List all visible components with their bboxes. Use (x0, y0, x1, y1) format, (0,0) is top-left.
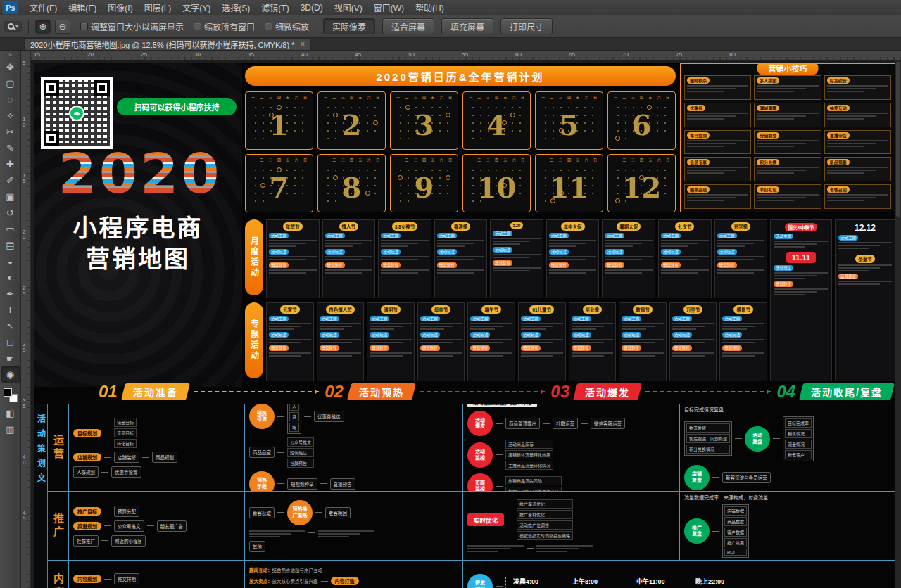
zoom-tool[interactable]: ◉ (1, 366, 20, 383)
ruler-mark: 15 (31, 51, 84, 60)
menu-item[interactable]: 选择(S) (216, 0, 256, 15)
blur-tool[interactable]: ◒ (1, 253, 20, 269)
healing-brush-tool[interactable]: ✚ (1, 156, 20, 172)
day-dot (568, 115, 569, 116)
zoom-in-button[interactable]: ⊕ (35, 20, 51, 34)
day-dot (439, 107, 441, 108)
day-dot (592, 193, 593, 194)
menu-item[interactable]: 滤镜(T) (256, 0, 294, 15)
event-tag: 活动主题 (622, 316, 641, 321)
checkbox-box[interactable] (194, 23, 201, 30)
day-dot (374, 130, 376, 132)
text-bar (249, 536, 280, 537)
text-bar (420, 342, 453, 343)
menu-item[interactable]: 视图(V) (329, 0, 368, 15)
event-title: 万圣节 (683, 305, 703, 314)
weekday: 日 (666, 157, 669, 162)
day-dot (302, 130, 303, 132)
tab-close-button[interactable]: × (300, 39, 305, 49)
text-bar (536, 545, 593, 547)
brush-tool[interactable]: ✐ (1, 172, 20, 188)
clone-stamp-tool[interactable]: ▣ (1, 188, 20, 205)
quick-mask-icon[interactable]: ◧ (1, 405, 20, 421)
dodge-tool[interactable]: ◐ (1, 269, 20, 286)
calendar-month: 一二三四五六日1 (245, 91, 313, 150)
tip-text (757, 167, 818, 174)
menu-item[interactable]: 编辑(E) (63, 0, 102, 15)
text-bar (687, 88, 736, 89)
text-bar (521, 352, 563, 354)
options-button[interactable]: 适合屏幕 (382, 18, 434, 34)
checkbox-box[interactable] (80, 23, 88, 30)
eraser-tool[interactable]: ▭ (1, 221, 20, 237)
menu-item[interactable]: 文字(Y) (177, 0, 216, 15)
document-tab[interactable]: 2020小程序电商营销地图.jpg @ 12.5% (扫码可以获得小程序扶持, … (24, 38, 311, 50)
weekday: 六 (367, 94, 371, 99)
text-bar (320, 339, 362, 340)
marquee-tool[interactable]: ▢ (1, 75, 20, 91)
event-title: 3.8女神节 (392, 222, 418, 231)
day-dot (327, 130, 329, 132)
menu-item[interactable]: 图像(I) (102, 0, 138, 15)
connector-line (104, 579, 111, 580)
horizontal-ruler[interactable]: 1520253035404550556065707580 (31, 51, 901, 60)
crop-tool[interactable]: ✂ (1, 124, 20, 140)
menu-item[interactable]: 帮助(H) (410, 0, 450, 15)
text-bar (493, 243, 520, 245)
history-brush-tool[interactable]: ↺ (1, 205, 20, 221)
color-swatches[interactable] (4, 388, 18, 402)
text-bar (622, 328, 646, 330)
vertical-scrollbar[interactable] (895, 60, 901, 588)
weekday: 三 (269, 157, 272, 162)
menu-item[interactable]: 窗口(W) (368, 0, 410, 15)
option-checkbox[interactable]: 调整窗口大小以满屏显示 (80, 20, 184, 32)
document-canvas[interactable]: 扫码可以获得小程序扶持 2020 小程序电商 营销地图 2020营销日历&全年营… (34, 63, 895, 588)
day-dot (649, 185, 650, 186)
option-checkbox[interactable]: 细微缩放 (265, 20, 309, 32)
menu-item[interactable]: 图层(L) (139, 0, 177, 15)
foreground-color-swatch[interactable] (4, 388, 12, 397)
connector-line (104, 511, 111, 511)
lasso-tool[interactable]: ◌ (1, 91, 20, 108)
options-button[interactable]: 打印尺寸 (500, 18, 553, 34)
options-button[interactable]: 实际像素 (323, 18, 375, 34)
type-tool[interactable]: T (1, 302, 20, 318)
path-select-tool[interactable]: ↖ (1, 318, 20, 334)
day-dot (278, 185, 279, 186)
option-checkbox[interactable]: 缩放所有窗口 (194, 20, 255, 32)
checkbox-box[interactable] (265, 23, 272, 30)
event-title: 暑期大促 (617, 222, 641, 231)
hand-tool[interactable]: ☛ (1, 350, 20, 366)
event-card: 感恩节活动主题活动玩法运营建议 (719, 302, 767, 381)
text-bar (320, 352, 362, 354)
photoshop-logo[interactable]: Ps (3, 1, 18, 14)
eyedropper-tool[interactable]: ✎ (1, 140, 20, 156)
menu-item[interactable]: 3D(D) (295, 0, 329, 15)
event-text (370, 352, 412, 357)
gradient-tool[interactable]: ▤ (1, 237, 20, 253)
toolbar-collapse-button[interactable]: » (8, 51, 12, 59)
canvas[interactable]: 扫码可以获得小程序扶持 2020 小程序电商 营销地图 2020营销日历&全年营… (31, 60, 901, 588)
ruler-corner[interactable] (21, 51, 31, 60)
menu-item[interactable]: 文件(F) (24, 0, 63, 15)
timeline-time: 中午11:00 (636, 577, 671, 586)
screen-mode-icon[interactable]: ▥ (1, 421, 20, 437)
vertical-ruler[interactable]: 51015202530354045 (21, 60, 31, 588)
options-bar: ▾ ⊕ ⊖ 调整窗口大小以满屏显示缩放所有窗口细微缩放 实际像素适合屏幕填充屏幕… (0, 15, 901, 38)
shape-tool[interactable]: ◻ (1, 334, 20, 350)
move-tool[interactable]: ✥ (1, 59, 20, 75)
map-row: 推广 复盘店铺数据商品数据客户数据推广效果ROI (684, 504, 891, 558)
magic-wand-tool[interactable]: ✧ (1, 108, 20, 124)
zoom-out-button[interactable]: ⊖ (55, 20, 70, 34)
scrollbar-thumb[interactable] (896, 62, 900, 217)
pen-tool[interactable]: ✒ (1, 286, 20, 302)
ruler-mark: 25 (138, 51, 191, 60)
row-label: 推广 (48, 492, 69, 560)
text-bar (672, 352, 714, 354)
event-text (717, 256, 765, 260)
active-tool-preview[interactable]: ▾ (4, 21, 22, 32)
options-button[interactable]: 填充屏幕 (441, 18, 493, 34)
text-bar (838, 248, 869, 249)
map-stack-item: 售后跟进、问题处理 (686, 434, 730, 443)
text-bar (549, 256, 597, 257)
